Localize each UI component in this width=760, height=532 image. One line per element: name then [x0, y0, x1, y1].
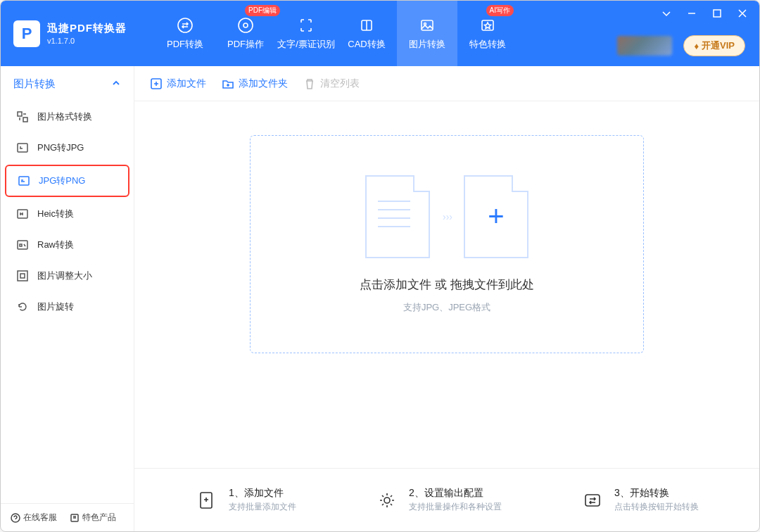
sidebar-item-png2jpg[interactable]: PNG转JPG [1, 132, 134, 163]
add-file-label: 添加文件 [167, 77, 206, 90]
chevron-right-icon: › › › [443, 211, 451, 222]
sidebar-item-label: 图片旋转 [37, 300, 74, 313]
maximize-button[interactable] [706, 5, 728, 22]
step-sub: 点击转换按钮开始转换 [614, 501, 699, 513]
svg-point-19 [384, 498, 390, 503]
nav-label: 文字/票证识别 [277, 38, 335, 51]
header-bar: P 迅捷PDF转换器 v1.1.7.0 PDF转换 PDF编辑 PDF操作 文字… [1, 1, 759, 66]
support-link[interactable]: 在线客服 [11, 512, 57, 524]
svg-point-2 [243, 23, 248, 27]
canvas: › › › + 点击添加文件 或 拖拽文件到此处 支持JPG、JPEG格式 [134, 101, 759, 468]
svg-rect-8 [18, 112, 22, 116]
sidebar-item-raw[interactable]: Raw转换 [1, 229, 134, 260]
step-title: 1、添加文件 [229, 487, 296, 500]
clear-list-button[interactable]: 清空列表 [303, 77, 360, 90]
drop-icons: › › › + [365, 175, 528, 258]
sidebar-item-label: PNG转JPG [37, 141, 84, 154]
sidebar: 图片转换 图片格式转换 PNG转JPG JPG转PNG He [1, 66, 134, 531]
step-title: 2、设置输出配置 [409, 487, 502, 500]
nav-label: CAD转换 [348, 38, 385, 51]
nav-special[interactable]: AI写作 特色转换 [457, 1, 518, 66]
step-title: 3、开始转换 [614, 487, 699, 500]
diamond-icon: ♦ [694, 41, 699, 51]
add-file-button[interactable]: 添加文件 [150, 77, 206, 90]
nav-pdf-convert[interactable]: PDF转换 [155, 1, 215, 66]
sidebar-item-label: Heic转换 [37, 208, 74, 220]
user-area: ♦ 开通VIP [617, 35, 745, 56]
add-folder-label: 添加文件夹 [239, 77, 288, 90]
nav-label: 图片转换 [409, 38, 445, 51]
svg-rect-4 [422, 20, 433, 30]
gear-circle-icon [237, 17, 254, 34]
sidebar-header[interactable]: 图片转换 [1, 66, 134, 101]
nav-cad[interactable]: CAD转换 [336, 1, 397, 66]
svg-rect-13 [18, 241, 27, 249]
vip-button[interactable]: ♦ 开通VIP [683, 35, 745, 56]
gear-icon [375, 488, 399, 512]
dropdown-button[interactable] [655, 5, 678, 22]
featured-link[interactable]: 特色产品 [70, 512, 116, 524]
logo-block: P 迅捷PDF转换器 v1.1.7.0 [13, 20, 127, 47]
sidebar-title: 图片转换 [13, 77, 56, 91]
steps-bar: 1、添加文件支持批量添加文件 2、设置输出配置支持批量操作和各种设置 3、开始转… [134, 468, 759, 531]
image-icon [419, 17, 436, 34]
svg-rect-20 [585, 495, 600, 506]
nav-ocr[interactable]: 文字/票证识别 [276, 1, 336, 66]
convert-icon [581, 488, 604, 512]
toolbar: 添加文件 添加文件夹 清空列表 [134, 66, 759, 101]
body: 图片转换 图片格式转换 PNG转JPG JPG转PNG He [1, 66, 759, 531]
sidebar-item-label: JPG转PNG [39, 175, 85, 187]
add-file-icon [195, 488, 219, 512]
drop-text-secondary: 支持JPG、JPEG格式 [403, 301, 490, 314]
badge-ai-write: AI写作 [486, 5, 514, 16]
nav-label: 特色转换 [469, 38, 506, 51]
cad-icon [358, 17, 375, 34]
svg-rect-9 [23, 118, 27, 122]
nav-label: PDF操作 [227, 38, 264, 51]
sidebar-footer: 在线客服 特色产品 [1, 503, 134, 531]
step-sub: 支持批量操作和各种设置 [409, 501, 502, 513]
star-icon [479, 17, 496, 34]
scan-icon [298, 17, 315, 34]
app-name: 迅捷PDF转换器 [47, 22, 127, 35]
sidebar-list: 图片格式转换 PNG转JPG JPG转PNG Heic转换 Raw转换 [1, 101, 134, 503]
nav-pdf-op[interactable]: PDF编辑 PDF操作 [215, 1, 276, 66]
svg-point-1 [239, 18, 253, 32]
window-controls [655, 5, 754, 22]
sidebar-item-label: Raw转换 [37, 239, 74, 251]
svg-rect-14 [18, 271, 27, 281]
sidebar-item-resize[interactable]: 图片调整大小 [1, 260, 134, 291]
svg-rect-10 [18, 144, 27, 152]
sidebar-item-jpg2png[interactable]: JPG转PNG [5, 165, 129, 197]
sidebar-item-label: 图片格式转换 [37, 110, 92, 123]
file-doc-icon [365, 175, 430, 258]
nav-image-convert[interactable]: 图片转换 [397, 1, 457, 66]
sidebar-item-heic[interactable]: Heic转换 [1, 198, 134, 229]
avatar[interactable] [617, 36, 672, 56]
drop-text-primary: 点击添加文件 或 拖拽文件到此处 [360, 277, 533, 293]
step-sub: 支持批量添加文件 [229, 501, 296, 513]
sidebar-item-label: 图片调整大小 [37, 270, 92, 282]
svg-point-0 [178, 18, 192, 32]
app-window: P 迅捷PDF转换器 v1.1.7.0 PDF转换 PDF编辑 PDF操作 文字… [0, 0, 760, 532]
swap-icon [177, 17, 194, 34]
svg-rect-11 [19, 177, 29, 185]
add-folder-button[interactable]: 添加文件夹 [222, 77, 288, 90]
main-panel: 添加文件 添加文件夹 清空列表 [134, 66, 759, 531]
sidebar-item-rotate[interactable]: 图片旋转 [1, 291, 134, 322]
sidebar-item-image-format[interactable]: 图片格式转换 [1, 101, 134, 132]
clear-list-label: 清空列表 [320, 77, 360, 90]
svg-point-15 [11, 514, 20, 522]
app-logo-icon: P [13, 20, 40, 47]
step-3: 3、开始转换点击转换按钮开始转换 [581, 487, 699, 513]
step-1: 1、添加文件支持批量添加文件 [195, 487, 296, 513]
step-2: 2、设置输出配置支持批量操作和各种设置 [375, 487, 502, 513]
nav-label: PDF转换 [167, 38, 203, 51]
badge-pdf-edit: PDF编辑 [245, 5, 280, 16]
close-button[interactable] [731, 5, 754, 22]
minimize-button[interactable] [680, 5, 703, 22]
top-nav: PDF转换 PDF编辑 PDF操作 文字/票证识别 CAD转换 图片转换 AI写… [155, 1, 518, 66]
drop-zone[interactable]: › › › + 点击添加文件 或 拖拽文件到此处 支持JPG、JPEG格式 [250, 135, 644, 353]
svg-rect-7 [714, 10, 721, 17]
vip-label: 开通VIP [702, 39, 735, 52]
